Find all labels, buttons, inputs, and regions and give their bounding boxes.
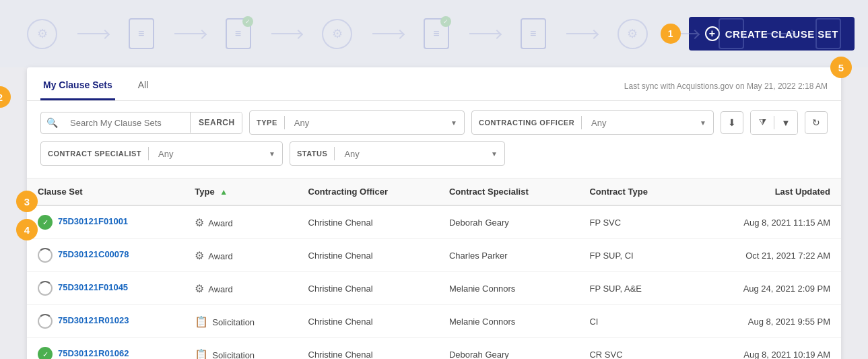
table-row: 75D30121F01045⚙AwardChristine ChenalMela… [27, 272, 841, 305]
sort-icon: ▲ [220, 187, 228, 197]
type-cell: ⚙Award [184, 205, 297, 239]
download-icon: ⬇ [728, 117, 736, 128]
clause-set-link[interactable]: 75D30121R01023 [58, 315, 129, 325]
contracting-officer-value: Any [591, 118, 697, 128]
contract-specialist-cell: Charles Parker [438, 239, 578, 272]
clause-set-cell[interactable]: 75D30121C00078 [27, 239, 184, 272]
status-filter[interactable]: STATUS Any ▼ [290, 141, 505, 166]
contracting-officer-cell: Christine Chenal [298, 338, 438, 360]
contracting-officer-label: CONTRACTING OFFICER [479, 119, 574, 127]
col-contracting-officer: Contracting Officer [298, 178, 438, 205]
background-workflow: ⚙ ⚙ ⚙ [0, 0, 868, 67]
table-row: 75D30121C00078⚙AwardChristine ChenalChar… [27, 239, 841, 272]
search-input[interactable] [63, 112, 190, 133]
last-updated-cell: Oct 21, 2021 7:22 AM [690, 239, 841, 272]
type-cell: 📋Solicitation [184, 338, 297, 360]
contract-specialist-cell: Melanie Connors [438, 305, 578, 338]
status-label: STATUS [297, 150, 327, 158]
contract-type-cell: CI [578, 305, 690, 338]
contract-specialist-dropdown-icon: ▼ [269, 150, 275, 158]
award-icon: ⚙ [195, 216, 204, 229]
clause-sets-table: Clause Set Type ▲ Contracting Officer Co… [27, 178, 841, 359]
contracting-officer-cell: Christine Chenal [298, 205, 438, 239]
filter-icon[interactable]: ⧩ [751, 111, 774, 134]
filter-icon-group[interactable]: ⧩ ▼ [750, 110, 798, 135]
step2-badge: 2 [0, 86, 11, 108]
status-processing-icon [38, 281, 53, 296]
last-updated-cell: Aug 8, 2021 10:19 AM [690, 338, 841, 360]
clause-set-link[interactable]: 75D30121F01045 [58, 282, 128, 292]
contracting-officer-dropdown-icon: ▼ [700, 119, 706, 127]
contract-type-cell: FP SUP, CI [578, 239, 690, 272]
contract-type-cell: FP SUP, A&E [578, 272, 690, 305]
sync-text: Last sync with Acquistions.gov on May 21… [624, 81, 828, 100]
last-updated-cell: Aug 24, 2021 2:09 PM [690, 272, 841, 305]
award-icon: ⚙ [195, 282, 204, 295]
contract-specialist-cell: Melanie Connors [438, 272, 578, 305]
tabs-row: My Clause Sets All Last sync with Acquis… [27, 67, 841, 101]
award-icon: ⚙ [195, 249, 204, 262]
contract-specialist-value: Any [158, 149, 266, 159]
type-label: TYPE [257, 119, 277, 127]
last-updated-cell: Aug 8, 2021 9:55 PM [690, 305, 841, 338]
status-processing-icon [38, 248, 53, 263]
col-contract-specialist: Contract Specialist [438, 178, 578, 205]
table-header-row: Clause Set Type ▲ Contracting Officer Co… [27, 178, 841, 205]
status-value: Any [344, 149, 488, 159]
search-icon: 🔍 [41, 117, 63, 128]
status-dropdown-icon: ▼ [491, 150, 498, 158]
clause-set-cell[interactable]: 75D30121R01023 [27, 305, 184, 338]
clause-set-link[interactable]: 75D30121F01001 [58, 216, 128, 226]
solicitation-icon: 📋 [195, 348, 208, 360]
contract-type-cell: CR SVC [578, 338, 690, 360]
contracting-officer-filter[interactable]: CONTRACTING OFFICER Any ▼ [471, 110, 714, 135]
tab-all[interactable]: All [135, 73, 152, 100]
clause-set-cell[interactable]: 75D30121F01045 [27, 272, 184, 305]
table-row: ✓75D30121R01062📋SolicitationChristine Ch… [27, 338, 841, 360]
contract-specialist-filter[interactable]: CONTRACT SPECIALIST Any ▼ [40, 141, 283, 166]
type-value: Any [294, 118, 448, 128]
solicitation-icon: 📋 [195, 315, 208, 328]
refresh-icon: ↻ [812, 117, 820, 128]
step1-badge: 1 [661, 24, 681, 44]
clause-set-cell[interactable]: ✓75D30121R01062 [27, 338, 184, 360]
col-last-updated: Last Updated [690, 178, 841, 205]
status-complete-icon: ✓ [38, 347, 53, 359]
last-updated-cell: Aug 8, 2021 11:15 AM [690, 205, 841, 239]
type-cell: ⚙Award [184, 239, 297, 272]
step4-badge: 4 [16, 219, 38, 240]
contracting-officer-cell: Christine Chenal [298, 305, 438, 338]
download-button[interactable]: ⬇ [721, 111, 743, 134]
table-row: 75D30121R01023📋SolicitationChristine Che… [27, 305, 841, 338]
filter-row-2: CONTRACT SPECIALIST Any ▼ STATUS Any ▼ [40, 141, 828, 166]
filter-row-1: 🔍 SEARCH TYPE Any ▼ CONTRACTING OFFICER [40, 110, 828, 135]
header-banner: ⚙ ⚙ ⚙ 1 + CREATE CLAUSE SET [0, 0, 868, 67]
filters-area: 🔍 SEARCH TYPE Any ▼ CONTRACTING OFFICER [27, 101, 841, 178]
contracting-officer-cell: Christine Chenal [298, 272, 438, 305]
step5-badge: 5 [830, 57, 852, 78]
col-type: Type ▲ [184, 178, 297, 205]
search-button[interactable]: SEARCH [190, 112, 242, 133]
clause-set-link[interactable]: 75D30121R01062 [58, 348, 129, 358]
step3-badge: 3 [16, 191, 38, 212]
contract-specialist-cell: Deborah Geary [438, 205, 578, 239]
search-box[interactable]: 🔍 SEARCH [40, 112, 242, 134]
contract-specialist-label: CONTRACT SPECIALIST [48, 150, 141, 158]
contract-specialist-cell: Deborah Geary [438, 338, 578, 360]
type-cell: 📋Solicitation [184, 305, 297, 338]
type-filter[interactable]: TYPE Any ▼ [249, 110, 465, 135]
type-dropdown-icon: ▼ [450, 119, 457, 127]
table-row: ✓75D30121F01001⚙AwardChristine ChenalDeb… [27, 205, 841, 239]
col-clause-set: Clause Set [27, 178, 184, 205]
col-contract-type: Contract Type [578, 178, 690, 205]
type-cell: ⚙Award [184, 272, 297, 305]
filter-dropdown-icon[interactable]: ▼ [774, 111, 797, 134]
status-complete-icon: ✓ [38, 215, 53, 230]
tab-my-clause-sets[interactable]: My Clause Sets [40, 73, 115, 100]
clause-set-cell[interactable]: ✓75D30121F01001 [27, 205, 184, 239]
clause-set-link[interactable]: 75D30121C00078 [58, 249, 129, 259]
contract-type-cell: FP SVC [578, 205, 690, 239]
status-processing-icon [38, 314, 53, 329]
refresh-button[interactable]: ↻ [805, 111, 828, 134]
contracting-officer-cell: Christine Chenal [298, 239, 438, 272]
